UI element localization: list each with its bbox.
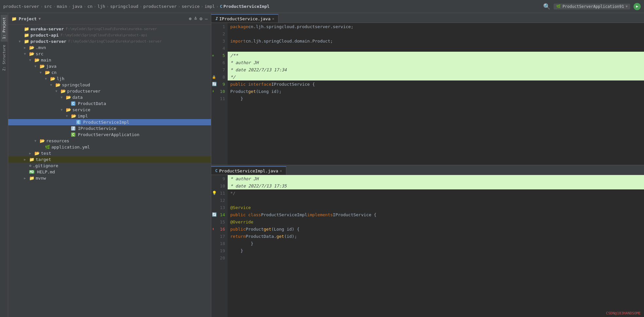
code-line-2 (228, 30, 644, 37)
tree-label: resources (46, 138, 69, 143)
code-line-b12 (228, 197, 644, 204)
settings-icon[interactable]: ⚙ (199, 16, 202, 21)
code-lines-bottom[interactable]: * author JH * date 2022/7/13 17:35 */ @S… (228, 175, 644, 317)
line-num-b19: 19 (211, 247, 228, 254)
dropdown-chevron[interactable]: ▼ (39, 17, 41, 21)
tree-item-mvn[interactable]: ▶ 📂 .mvn (8, 44, 211, 51)
tree-item-eureka-server[interactable]: 📁 eureka-server F:\myCode\SpringCloud\Eu… (8, 26, 211, 32)
run-config[interactable]: 🌿 ProductServerApplication91 ▼ (554, 4, 630, 9)
tab-IProductService[interactable]: I IProductService.java ✕ (211, 14, 278, 23)
tree-label: product-server (30, 39, 66, 44)
tab-close-button[interactable]: ✕ (272, 17, 275, 21)
tree-item-main[interactable]: ▼ 📂 main (8, 57, 211, 63)
tree-item-src[interactable]: ▼ 📂 src (8, 51, 211, 57)
breadcrumb-item-7[interactable]: productserver (143, 4, 177, 9)
search-icon[interactable]: 🔍 (543, 3, 550, 10)
interface-tab-icon: I (215, 16, 218, 21)
tab-close-button[interactable]: ✕ (280, 169, 282, 173)
folder-icon: 📂 (66, 107, 71, 112)
tree-path: F:\myCode\SpringCloud\Eureka\product-api (61, 33, 147, 37)
tree-item-ProductServiceImpl[interactable]: C ProductServiceImpl (8, 119, 211, 125)
breadcrumb-item-9[interactable]: impl (205, 4, 215, 9)
tree-item-ljh[interactable]: ▼ 📂 ljh (8, 76, 211, 82)
line-numbers-bottom: 9 10 💡11 12 13 🔄14 15 ⬆16 (211, 175, 228, 317)
tree-item-springcloud[interactable]: ▼ 📂 springcloud (8, 82, 211, 88)
tree-arrow: ▼ (50, 83, 55, 87)
sidebar-tab-project[interactable]: 1: Project (1, 15, 8, 42)
tree-item-service[interactable]: ▼ 📂 service (8, 107, 211, 113)
tree-item-cn[interactable]: ▼ 📂 cn (8, 69, 211, 76)
line-num-7: 7 (211, 66, 228, 73)
breadcrumb-item-3[interactable]: java (72, 4, 82, 9)
tree-arrow: ▼ (34, 64, 40, 68)
line-num-b9: 9 (211, 175, 228, 182)
code-line-b11: */ (228, 189, 644, 197)
breadcrumb-item-6[interactable]: springcloud (110, 4, 138, 9)
project-header: 📁 Project ▼ ⊕ ≛ ⚙ – (8, 13, 211, 25)
tree-item-application-yml[interactable]: 🌿 application.yml (8, 144, 211, 150)
tree-arrow: ▼ (45, 77, 50, 80)
tab-ProductServiceImpl[interactable]: C ProductServiceImpl.java ✕ (211, 166, 286, 175)
tree-item-java[interactable]: ▼ 📂 java (8, 63, 211, 69)
breadcrumb-item-4[interactable]: cn (87, 4, 93, 9)
code-line-4 (228, 44, 644, 52)
line-num-5: ≡5 (211, 52, 228, 59)
line-num-11: 11 (211, 95, 228, 102)
tree-item-resources[interactable]: ▼ 📂 resources (8, 138, 211, 144)
dropdown-icon[interactable]: ▼ (626, 5, 628, 8)
line-num-9: 🔄9 (211, 80, 228, 88)
code-line-1: package cn.ljh.springcloud.productserver… (228, 23, 644, 30)
tree-item-IProductService[interactable]: I IProductService (8, 125, 211, 132)
folder-icon: 📂 (50, 76, 55, 81)
tree-label: ProductServiceImpl (83, 120, 129, 125)
tree-label: java (46, 64, 56, 69)
code-line-b13: @Service (228, 204, 644, 211)
breadcrumb-item-1[interactable]: src (44, 4, 52, 9)
tree-item-ProductData[interactable]: C ProductData (8, 100, 211, 107)
run-button[interactable]: ▶ (634, 3, 641, 10)
tree-label: ProductData (78, 101, 106, 106)
locate-icon[interactable]: ⊕ (189, 16, 191, 21)
tree-item-HELP-md[interactable]: MD HELP.md (8, 169, 211, 175)
run-config-icon: 🌿 (556, 4, 561, 9)
line-num-10: ⬇10 (211, 88, 228, 95)
breadcrumb: product-server › src › main › java › cn … (3, 4, 541, 9)
folder-icon: 📁 (11, 16, 17, 21)
breadcrumb-item-2[interactable]: main (57, 4, 67, 9)
tree-item-ProductServerApplication[interactable]: C ProductServerApplication (8, 132, 211, 138)
tree-item-mvnw[interactable]: ▶ 📁 mvnw (8, 175, 211, 181)
line-num-b10: 10 (211, 182, 228, 189)
tree-arrow: ▼ (40, 71, 45, 74)
project-title: 📁 Project ▼ (11, 16, 41, 21)
tree-label: application.yml (51, 145, 90, 150)
tree-item-data[interactable]: ▼ 📂 data (8, 94, 211, 100)
breadcrumb-item-8[interactable]: service (182, 4, 200, 9)
folder-icon: 📂 (40, 64, 45, 69)
tree-item-test[interactable]: ▶ 📂 test (8, 150, 211, 156)
line-num-b12: 12 (211, 197, 228, 204)
folder-icon: 📂 (29, 51, 34, 56)
sidebar-tab-structure[interactable]: Z: Structure (1, 42, 8, 73)
tree-label: .mvn (36, 45, 46, 50)
code-content-top: 1 2 3 4 ≡5 6 7 🔒8 🔄9 (211, 23, 644, 165)
tree-item-product-server[interactable]: ▼ 📁 product-server F:\myCode\SpringCloud… (8, 38, 211, 44)
tree-item-productserver[interactable]: ▼ 📂 productserver (8, 88, 211, 94)
tree-item-impl[interactable]: ▼ 📂 impl (8, 113, 211, 119)
tree-item-target[interactable]: ▶ 📁 target (8, 156, 211, 163)
close-icon[interactable]: – (205, 16, 208, 21)
breadcrumb-item-5[interactable]: ljh (98, 4, 105, 9)
code-lines-top[interactable]: package cn.ljh.springcloud.productserver… (228, 23, 644, 165)
folder-icon: 📂 (34, 58, 40, 62)
folder-icon: 📂 (45, 70, 50, 75)
code-line-5: /** (228, 52, 644, 59)
breadcrumb-item-0[interactable]: product-server (3, 4, 39, 9)
code-line-b10: * date 2022/7/13 17:35 (228, 182, 644, 189)
breadcrumb-item-10[interactable]: CProductServiceImpl (220, 4, 270, 9)
tree-item-gitignore[interactable]: ⚙ .gitignore (8, 163, 211, 169)
tree-label: cn (51, 70, 57, 75)
collapse-icon[interactable]: ≛ (194, 16, 197, 21)
tree-item-product-api[interactable]: 📁 product-api F:\myCode\SpringCloud\Eure… (8, 32, 211, 38)
code-line-11: } (228, 95, 644, 102)
code-line-3: import cn.ljh.springCloud.domain.Product… (228, 37, 644, 44)
editor-pane-bottom: C ProductServiceImpl.java ✕ 9 10 💡11 12 … (211, 165, 644, 317)
